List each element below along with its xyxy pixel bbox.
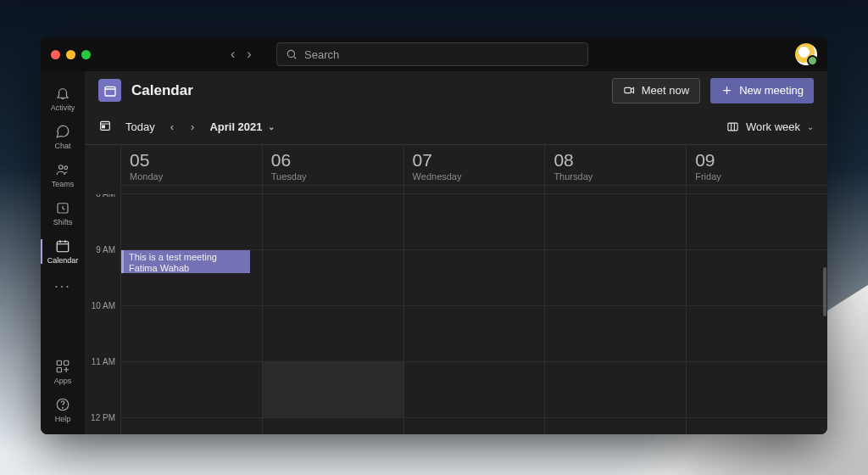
svg-rect-21 <box>103 126 105 128</box>
traffic-lights <box>51 50 91 59</box>
time-slot[interactable] <box>403 250 545 306</box>
time-slot[interactable] <box>686 418 827 434</box>
rail-item-calendar[interactable]: Calendar <box>41 232 85 271</box>
calendar-grid: 05Monday06Tuesday07Wednesday08Thursday09… <box>85 145 827 434</box>
zoom-dot[interactable] <box>81 50 91 59</box>
next-week-icon[interactable]: › <box>189 120 196 133</box>
day-header[interactable]: 05Monday <box>120 145 262 185</box>
avatar[interactable] <box>795 43 817 65</box>
day-number: 08 <box>554 150 677 170</box>
hour-label: 8 AM <box>85 194 120 245</box>
calendar-badge-icon <box>98 79 121 102</box>
time-slot[interactable] <box>686 250 827 306</box>
search-input[interactable]: Search <box>276 42 588 66</box>
day-header[interactable]: 08Thursday <box>544 145 686 185</box>
time-slot[interactable] <box>262 362 403 418</box>
day-number: 06 <box>271 150 395 170</box>
calendar-icon <box>55 238 70 254</box>
help-icon <box>55 397 70 412</box>
time-slot[interactable] <box>403 362 545 418</box>
minimize-dot[interactable] <box>66 50 75 59</box>
today-icon <box>98 119 112 135</box>
day-header[interactable]: 07Wednesday <box>403 145 545 185</box>
time-slot[interactable] <box>120 194 262 250</box>
day-of-week: Wednesday <box>413 171 537 182</box>
history-nav: ‹ › <box>231 47 252 62</box>
day-headers: 05Monday06Tuesday07Wednesday08Thursday09… <box>120 145 827 186</box>
day-of-week: Friday <box>695 171 819 182</box>
time-slot[interactable] <box>120 306 262 362</box>
rail-item-activity[interactable]: Activity <box>41 80 85 118</box>
main-header: Calendar Meet now New meeting <box>85 71 827 109</box>
chevron-down-icon: ⌄ <box>268 122 275 131</box>
time-slot[interactable] <box>262 306 403 362</box>
time-cells[interactable]: This is a test meetingFatima Wahab <box>120 194 827 434</box>
day-header[interactable]: 09Friday <box>686 145 827 185</box>
time-slot[interactable] <box>262 418 403 434</box>
page-title: Calendar <box>131 82 193 99</box>
rail-more-icon[interactable]: ··· <box>54 271 70 303</box>
shifts-icon <box>55 200 70 215</box>
time-slot[interactable] <box>403 418 545 434</box>
month-picker[interactable]: April 2021 ⌄ <box>209 120 274 133</box>
time-slot[interactable] <box>120 418 262 434</box>
svg-rect-22 <box>728 123 737 131</box>
event-organizer: Fatima Wahab <box>129 263 245 273</box>
rail-label: Chat <box>54 142 70 150</box>
svg-rect-11 <box>57 368 61 372</box>
time-slot[interactable] <box>544 362 686 418</box>
time-slot[interactable] <box>544 250 686 306</box>
svg-rect-10 <box>64 360 69 365</box>
calendar-event[interactable]: This is a test meetingFatima Wahab <box>121 250 250 273</box>
svg-line-1 <box>294 57 297 59</box>
rail-label: Help <box>55 415 71 423</box>
rail-item-apps[interactable]: Apps <box>41 353 85 391</box>
meet-now-button[interactable]: Meet now <box>612 78 700 103</box>
rail-label: Activity <box>51 103 75 112</box>
rail-item-help[interactable]: Help <box>41 391 85 429</box>
main-panel: Calendar Meet now New meeting Today ‹ › … <box>85 71 827 434</box>
rail-item-shifts[interactable]: Shifts <box>41 194 85 232</box>
calendar-toolbar: Today ‹ › April 2021 ⌄ Work week ⌄ <box>85 109 827 145</box>
button-label: Meet now <box>642 84 689 97</box>
rail-item-chat[interactable]: Chat <box>41 118 85 156</box>
nav-forward-icon[interactable]: › <box>247 47 251 62</box>
time-slot[interactable] <box>262 194 403 250</box>
day-number: 09 <box>695 150 819 170</box>
time-slot[interactable] <box>262 250 403 306</box>
today-button[interactable]: Today <box>125 120 155 133</box>
rail-label: Teams <box>52 180 75 188</box>
time-slot[interactable] <box>686 306 827 362</box>
prev-week-icon[interactable]: ‹ <box>169 120 175 133</box>
titlebar: ‹ › Search <box>41 37 827 71</box>
event-title: This is a test meeting <box>129 252 245 263</box>
apps-icon <box>55 359 70 374</box>
search-icon <box>286 48 298 60</box>
time-slot[interactable] <box>686 194 827 250</box>
time-slot[interactable] <box>544 418 686 434</box>
hour-label: 9 AM <box>85 245 120 301</box>
time-slot[interactable] <box>403 194 545 250</box>
svg-rect-9 <box>57 360 61 365</box>
svg-point-3 <box>64 166 68 170</box>
svg-rect-5 <box>57 242 69 252</box>
day-header[interactable]: 06Tuesday <box>262 145 403 185</box>
time-slot[interactable] <box>544 194 686 250</box>
view-switcher[interactable]: Work week ⌄ <box>726 120 814 133</box>
left-rail: Activity Chat Teams Shifts Calendar ··· <box>41 71 85 434</box>
search-placeholder: Search <box>304 48 339 61</box>
svg-point-0 <box>287 50 294 57</box>
close-dot[interactable] <box>51 50 60 59</box>
allday-row <box>120 186 827 194</box>
scrollbar[interactable] <box>823 267 826 316</box>
time-slot[interactable] <box>544 306 686 362</box>
time-slot[interactable] <box>686 362 827 418</box>
nav-back-icon[interactable]: ‹ <box>231 47 235 62</box>
time-slot[interactable] <box>403 306 545 362</box>
time-slot[interactable] <box>120 362 262 418</box>
new-meeting-button[interactable]: New meeting <box>710 78 814 103</box>
rail-item-teams[interactable]: Teams <box>41 156 85 194</box>
rail-label: Calendar <box>47 256 79 265</box>
chat-icon <box>55 124 70 139</box>
day-of-week: Monday <box>130 171 253 182</box>
